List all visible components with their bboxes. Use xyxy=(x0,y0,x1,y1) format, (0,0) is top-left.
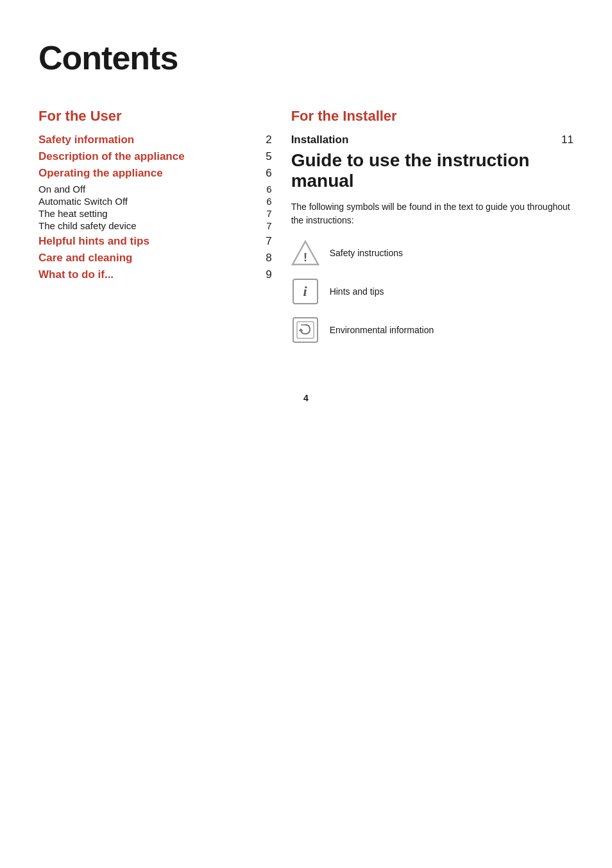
toc-page-description: 5 xyxy=(259,150,272,163)
subitem-page-on-off: 6 xyxy=(259,184,272,195)
subitem-auto-switch: Automatic Switch Off 6 xyxy=(38,196,272,207)
toc-label-description: Description of the appliance xyxy=(38,150,185,163)
warning-triangle-icon: ! xyxy=(291,239,319,267)
subitem-page-child-safety: 7 xyxy=(259,220,272,231)
subitem-child-safety: The child safety device 7 xyxy=(38,220,272,231)
environmental-icon xyxy=(291,316,319,344)
toc-item-installation: Installation 11 xyxy=(291,134,574,146)
page-title: Contents xyxy=(38,39,574,77)
for-user-heading: For the User xyxy=(38,108,272,125)
toc-item-operating: Operating the appliance 6 xyxy=(38,167,272,180)
operating-subitems: On and Off 6 Automatic Switch Off 6 The … xyxy=(38,184,272,231)
subitem-page-heat: 7 xyxy=(259,208,272,219)
toc-item-hints: Helpful hints and tips 7 xyxy=(38,235,272,248)
toc-label-safety: Safety information xyxy=(38,134,134,146)
toc-label-hints: Helpful hints and tips xyxy=(38,235,149,248)
subitem-on-off: On and Off 6 xyxy=(38,184,272,195)
toc-item-whatif: What to do if... 9 xyxy=(38,268,272,281)
subitem-label-heat: The heat setting xyxy=(38,208,108,219)
symbol-row-safety: ! Safety instructions xyxy=(291,239,574,267)
subitem-label-auto-switch: Automatic Switch Off xyxy=(38,196,128,207)
symbol-row-env: Environmental information xyxy=(291,316,574,344)
toc-page-operating: 6 xyxy=(259,167,272,180)
toc-label-whatif: What to do if... xyxy=(38,268,114,281)
info-icon: i xyxy=(291,277,319,306)
toc-page-installation: 11 xyxy=(554,134,574,146)
guide-heading: Guide to use the instruction manual xyxy=(291,150,574,191)
left-column: For the User Safety information 2 Descri… xyxy=(38,103,285,354)
subitem-page-auto-switch: 6 xyxy=(259,196,272,207)
subitem-heat: The heat setting 7 xyxy=(38,208,272,219)
toc-item-care: Care and cleaning 8 xyxy=(38,252,272,265)
toc-item-safety: Safety information 2 xyxy=(38,134,272,146)
toc-page-whatif: 9 xyxy=(259,268,272,281)
page-number: 4 xyxy=(38,393,574,403)
toc-label-installation: Installation xyxy=(291,134,349,146)
svg-text:!: ! xyxy=(303,251,307,264)
toc-label-care: Care and cleaning xyxy=(38,252,132,265)
symbol-row-hints: i Hints and tips xyxy=(291,277,574,306)
subitem-label-child-safety: The child safety device xyxy=(38,220,137,231)
symbol-text-env: Environmental information xyxy=(330,325,434,335)
toc-page-care: 8 xyxy=(259,252,272,265)
toc-page-safety: 2 xyxy=(259,134,272,146)
toc-item-description: Description of the appliance 5 xyxy=(38,150,272,163)
subitem-label-on-off: On and Off xyxy=(38,184,85,195)
toc-page-hints: 7 xyxy=(259,235,272,248)
for-installer-heading: For the Installer xyxy=(291,108,574,125)
symbol-text-hints: Hints and tips xyxy=(330,286,384,297)
toc-label-operating: Operating the appliance xyxy=(38,167,163,180)
guide-intro: The following symbols will be found in t… xyxy=(291,200,574,227)
right-column: For the Installer Installation 11 Guide … xyxy=(285,103,574,354)
symbol-text-safety: Safety instructions xyxy=(330,248,403,258)
